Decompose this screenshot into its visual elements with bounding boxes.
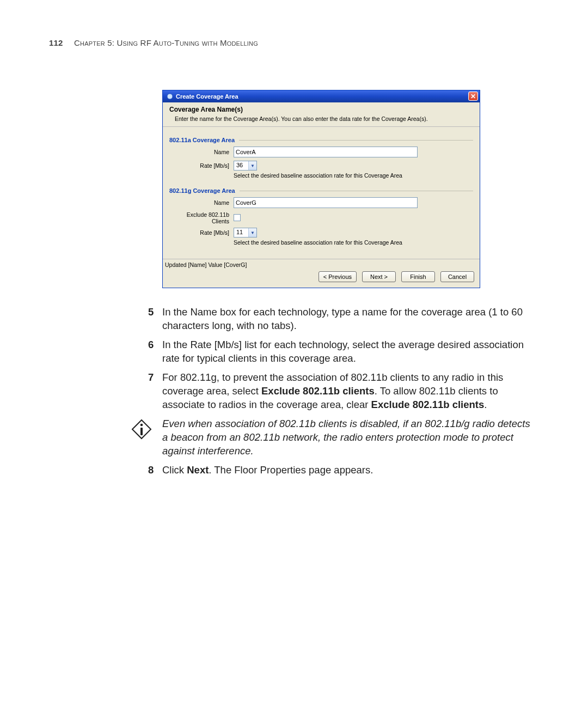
next-button[interactable]: Next > <box>362 271 396 282</box>
dialog-section-desc: Enter the name for the Coverage Area(s).… <box>169 115 473 122</box>
field-a-name: Name <box>169 147 473 157</box>
field-g-name: Name <box>169 197 473 208</box>
step-number: 8 <box>148 464 162 477</box>
dialog-body: 802.11a Coverage Area Name Rate [Mb/s] <box>163 127 480 259</box>
legend-g-text: 802.11g Coverage Area <box>169 187 235 194</box>
step-6: 6 In the Rate [Mb/s] list for each techn… <box>162 338 531 366</box>
label-g-exclude: Exclude 802.11b Clients <box>169 211 234 224</box>
instruction-steps: 5 In the Name box for each technology, t… <box>162 306 531 477</box>
dialog-section-title: Coverage Area Name(s) <box>169 106 473 113</box>
svg-point-0 <box>167 94 173 99</box>
close-button[interactable]: ✕ <box>468 92 478 101</box>
checkbox-exclude-11b[interactable] <box>234 214 241 221</box>
dialog-button-bar: < Previous Next > Finish Cancel <box>163 268 480 288</box>
close-icon: ✕ <box>470 93 476 100</box>
svg-point-2 <box>140 423 143 426</box>
dialog-titlebar[interactable]: Create Coverage Area ✕ <box>163 90 480 102</box>
step-number: 6 <box>148 338 162 366</box>
select-a-rate[interactable]: 36 ▼ <box>234 161 257 171</box>
label-a-name: Name <box>169 149 234 155</box>
create-coverage-area-dialog: Create Coverage Area ✕ Coverage Area Nam… <box>162 90 480 288</box>
step-8: 8 Click Next. The Floor Properties page … <box>162 464 531 477</box>
group-802-11g: 802.11g Coverage Area Name Exclude 802.1… <box>169 187 473 246</box>
divider <box>240 191 473 191</box>
running-head: 112 Chapter 5: Using RF Auto-Tuning with… <box>49 38 258 47</box>
app-icon <box>166 93 174 100</box>
chevron-down-icon: ▼ <box>248 161 256 170</box>
group-legend-a: 802.11a Coverage Area <box>169 137 473 143</box>
step-number: 7 <box>148 371 162 412</box>
field-g-exclude: Exclude 802.11b Clients <box>169 211 473 224</box>
chevron-down-icon: ▼ <box>248 228 256 237</box>
input-a-name[interactable] <box>234 147 418 157</box>
step-5: 5 In the Name box for each technology, t… <box>162 306 531 333</box>
field-a-rate: Rate [Mb/s] 36 ▼ <box>169 161 473 171</box>
step-7: 7 For 802.11g, to prevent the associatio… <box>162 371 531 412</box>
hint-a-rate: Select the desired baseline association … <box>234 172 473 179</box>
select-g-rate-value: 11 <box>234 228 248 237</box>
content-column: Create Coverage Area ✕ Coverage Area Nam… <box>162 90 531 477</box>
input-g-name[interactable] <box>234 197 418 208</box>
info-icon <box>131 417 156 440</box>
group-802-11a: 802.11a Coverage Area Name Rate [Mb/s] <box>169 137 473 179</box>
note-text: Even when association of 802.11b clients… <box>162 417 531 458</box>
label-a-rate: Rate [Mb/s] <box>169 162 234 169</box>
cancel-button[interactable]: Cancel <box>440 271 474 282</box>
divider <box>239 140 473 141</box>
step-text: Click Next. The Floor Properties page ap… <box>162 464 531 477</box>
field-g-rate: Rate [Mb/s] 11 ▼ <box>169 228 473 238</box>
chapter-title: Chapter 5: Using RF Auto-Tuning with Mod… <box>74 38 258 47</box>
hint-g-rate: Select the desired baseline association … <box>234 239 473 246</box>
page-number: 112 <box>49 38 63 47</box>
select-g-rate[interactable]: 11 ▼ <box>234 228 257 238</box>
step-text: In the Name box for each technology, typ… <box>162 306 531 333</box>
svg-rect-3 <box>140 428 143 435</box>
dialog-title: Create Coverage Area <box>176 93 238 100</box>
previous-button[interactable]: < Previous <box>318 271 357 282</box>
select-a-rate-value: 36 <box>234 161 248 170</box>
finish-button[interactable]: Finish <box>401 271 435 282</box>
step-text: For 802.11g, to prevent the association … <box>162 371 531 412</box>
page: 112 Chapter 5: Using RF Auto-Tuning with… <box>0 0 588 706</box>
note: Even when association of 802.11b clients… <box>162 417 531 458</box>
step-number: 5 <box>148 306 162 333</box>
label-g-rate: Rate [Mb/s] <box>169 229 234 236</box>
legend-a-text: 802.11a Coverage Area <box>169 137 235 143</box>
label-g-name: Name <box>169 199 234 206</box>
dialog-header: Coverage Area Name(s) Enter the name for… <box>163 102 480 127</box>
status-bar: Updated [Name] Value [CoverG] <box>163 259 480 268</box>
group-legend-g: 802.11g Coverage Area <box>169 187 473 194</box>
step-text: In the Rate [Mb/s] list for each technol… <box>162 338 531 366</box>
